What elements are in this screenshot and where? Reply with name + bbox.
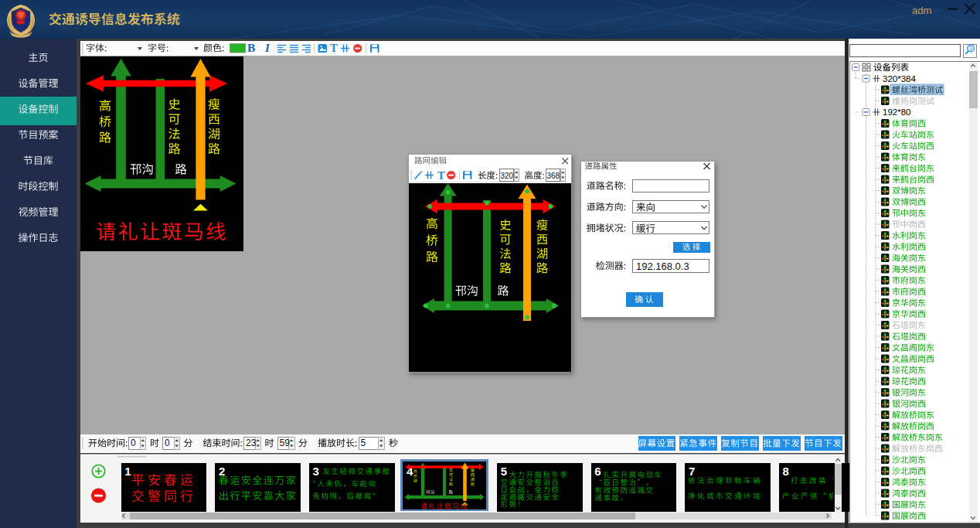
svg-text:59: 59 — [280, 438, 291, 448]
svg-text:0: 0 — [131, 438, 136, 448]
svg-text:adm: adm — [912, 5, 931, 16]
svg-text:3: 3 — [313, 465, 319, 478]
svg-text:1: 1 — [124, 465, 131, 478]
svg-text:T: T — [437, 169, 445, 182]
svg-text:320: 320 — [501, 172, 514, 180]
svg-text:192*80: 192*80 — [883, 107, 910, 117]
svg-text:3: 3 — [969, 46, 972, 51]
svg-text:320*384: 320*384 — [883, 74, 916, 83]
svg-text:I: I — [264, 42, 271, 54]
svg-text:T: T — [330, 42, 338, 54]
svg-text:8: 8 — [783, 465, 789, 478]
svg-text:7: 7 — [689, 465, 695, 478]
svg-text:23: 23 — [246, 438, 257, 448]
svg-text:368: 368 — [547, 172, 560, 180]
svg-text:0: 0 — [165, 438, 170, 448]
svg-text:5: 5 — [361, 438, 366, 448]
svg-text:5: 5 — [501, 465, 507, 478]
svg-text:192.168.0.3: 192.168.0.3 — [636, 261, 689, 272]
svg-text:B: B — [247, 41, 255, 54]
svg-text:2: 2 — [219, 465, 225, 478]
svg-text:6: 6 — [594, 465, 601, 478]
